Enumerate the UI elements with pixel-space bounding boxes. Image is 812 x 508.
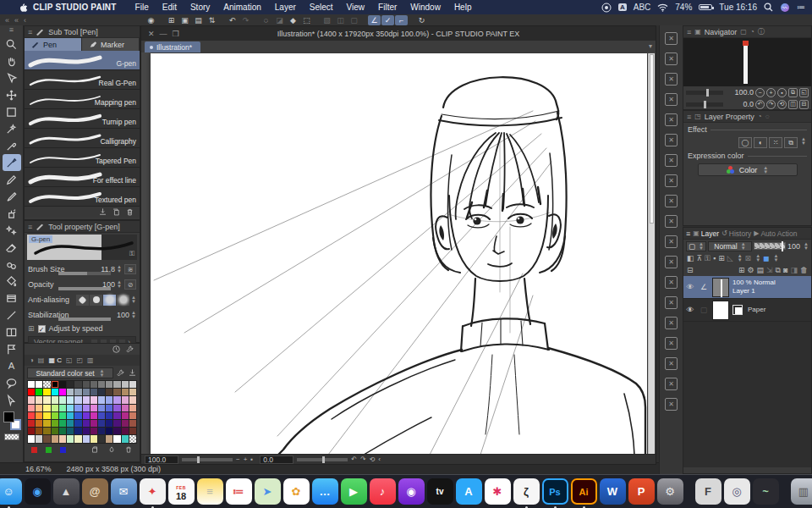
quick-access-tab-icon[interactable]: ◔ [750,28,754,36]
aa-weak-button[interactable] [90,295,102,306]
menu-edit[interactable]: Edit [162,3,177,12]
navigator-preview[interactable] [683,38,811,86]
snap-to-special-ruler-icon[interactable]: ✓ [381,15,394,25]
color-swatch[interactable] [74,412,81,419]
layer-row-layer1[interactable]: 👁︎ ∠ 100 % Normal Layer 1 [683,276,811,299]
color-swatch[interactable] [129,405,136,411]
color-swatch[interactable] [36,389,42,395]
color-swatch[interactable] [59,420,66,427]
dock-contacts[interactable]: @ [82,478,108,505]
color-swatch[interactable] [52,389,58,395]
creative-cloud-icon[interactable] [601,3,612,13]
color-swatch[interactable] [59,396,66,403]
crop-icon[interactable]: ⬚ [300,15,313,25]
opacity-stepper[interactable]: ▲▼ [117,280,122,289]
color-swatch[interactable] [67,405,74,411]
layer-color-icon[interactable]: ◼ [763,254,769,262]
color-swatch[interactable] [59,412,66,419]
brush-turnip-pen[interactable]: Turnip pen [25,109,140,129]
extract-line-effect-icon[interactable]: ⧉ [784,137,798,148]
menu-window[interactable]: Window [410,3,441,12]
new-layer-settings-icon[interactable]: ⚙ [747,266,754,274]
collapse-left-icon[interactable]: « [5,16,9,25]
enable-mask-icon[interactable]: ⊞ [718,254,725,262]
stabilization-stepper[interactable]: ▲▼ [131,311,136,319]
halftone-effect-icon[interactable]: ⁙ [769,137,782,148]
layer-name[interactable]: Layer 1 [732,287,755,295]
material-palette-1-icon[interactable]: ✕ [665,32,678,45]
color-swatch[interactable] [98,405,105,411]
zoom-out-icon[interactable]: − [236,456,240,463]
aa-none-button[interactable] [76,295,89,306]
nav-rotate-right-icon[interactable]: ↷ [766,100,776,109]
add-swatch-icon[interactable] [91,445,99,454]
tool-eyedropper[interactable] [3,137,21,154]
color-swatch[interactable] [43,428,50,434]
color-swatch[interactable] [83,435,90,442]
dock-photoshop[interactable]: Ps [542,478,568,505]
material-palette-14-icon[interactable]: ✕ [665,296,678,309]
rotation-value-field[interactable]: 0.0 [260,456,294,464]
color-swatch[interactable] [67,381,74,388]
layer-thumbnail[interactable] [712,278,729,297]
color-swatch[interactable] [52,435,58,442]
color-swatch[interactable] [59,428,66,434]
edit-color-set-icon[interactable] [116,368,125,378]
collapse-left-icon-2[interactable]: « [14,16,19,25]
color-swatch[interactable] [122,428,129,434]
brush-for-effect-line[interactable]: For effect line [25,168,140,187]
dock-calendar[interactable]: FEB18 [168,478,195,505]
layer-visibility-icon[interactable]: 👁︎ [685,306,695,314]
lock-layer-icon[interactable]: ⚿ [705,254,710,263]
dock-notes[interactable]: ≡ [197,478,223,505]
panel-menu-icon[interactable]: ≡ [686,229,690,238]
fill-icon[interactable]: ◆ [287,15,299,25]
apple-menu-icon[interactable] [19,2,28,14]
brush-size-stepper[interactable]: ▲▼ [117,265,122,273]
document-tab[interactable]: Illustration* [145,41,200,52]
combine-layer-icon[interactable]: ⧉ [776,266,781,275]
color-swatch[interactable] [129,435,136,442]
active-app-name[interactable]: CLIP STUDIO PAINT [33,3,117,12]
opacity-slider[interactable] [58,287,111,290]
color-swatch[interactable] [36,428,42,434]
material-palette-11-icon[interactable]: ✕ [665,235,678,248]
navigator-zoom-value[interactable]: 100.0 [734,88,754,97]
tool-figure[interactable] [3,306,21,323]
color-swatch[interactable] [113,381,120,388]
delete-subtool-icon[interactable] [125,207,134,217]
material-palette-9-icon[interactable]: ✕ [665,195,678,207]
zoom-in-icon[interactable]: + [244,456,248,463]
undo-icon[interactable]: ↶ [226,15,239,25]
dock-clip-studio-paint[interactable]: ζ [513,478,540,505]
material-palette-2-icon[interactable]: ✕ [665,52,678,65]
dock-photos[interactable]: ✿ [283,478,310,505]
layer-opacity-value[interactable]: 100 [787,242,800,251]
color-swatch[interactable] [36,420,42,427]
brush-tapered-pen[interactable]: Tapered Pen [25,148,140,168]
material-palette-7-icon[interactable]: ✕ [665,154,678,167]
menu-view[interactable]: View [347,3,365,12]
color-swatch[interactable] [59,389,66,395]
color-swatch[interactable] [106,405,112,411]
color-swatch[interactable] [67,389,74,395]
tool-property-header[interactable]: ≡ Tool property [G-pen] [25,221,140,233]
information-tab-icon[interactable]: ⓘ [758,27,765,36]
tool-zoom[interactable] [3,36,21,52]
duplicate-subtool-icon[interactable] [112,207,121,217]
color-swatch[interactable] [83,381,90,388]
navigator-rotate-slider[interactable] [686,102,723,107]
color-swatch[interactable] [52,412,58,419]
siri-icon[interactable] [780,3,790,13]
color-swatch[interactable] [74,420,81,427]
color-swatch[interactable] [28,405,35,411]
lock-transparent-pixels-icon[interactable]: ▪ [713,254,716,262]
menu-story[interactable]: Story [190,3,210,12]
color-swatch[interactable] [113,396,120,403]
color-swatch[interactable] [83,428,90,434]
layer-name[interactable]: Paper [748,306,765,313]
dock-facetime[interactable]: ▶ [341,478,367,505]
layer-off-3-icon[interactable]: ▢ [348,15,360,25]
brush-preview[interactable]: G-pen ⚿ [27,235,137,260]
color-swatch[interactable] [28,420,35,427]
